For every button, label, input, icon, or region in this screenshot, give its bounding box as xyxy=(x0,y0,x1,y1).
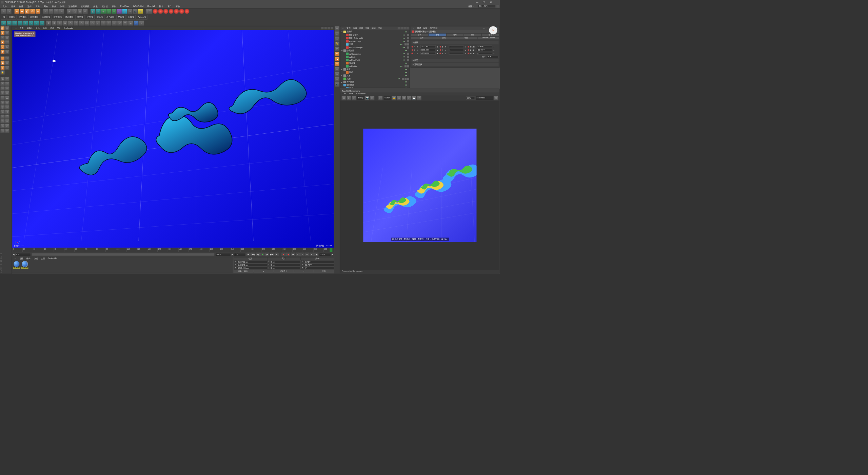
attrmenu-编辑[interactable]: 编辑 xyxy=(422,27,428,30)
snap-intersect-icon[interactable]: ✕ xyxy=(5,91,9,95)
record-button-2[interactable] xyxy=(158,9,163,14)
visibility-dots[interactable] xyxy=(401,56,406,57)
anim-dot-icon[interactable] xyxy=(440,49,441,51)
expand-icon[interactable]: ▾ xyxy=(341,50,343,52)
render-settings-button[interactable]: ⚙ xyxy=(83,9,88,14)
attr-tab-球面[interactable]: 球面 xyxy=(455,37,477,40)
snap-quadrant-icon[interactable]: ◴ xyxy=(0,124,5,128)
redo-button[interactable]: ↷ xyxy=(6,9,12,14)
snap-guide-icon[interactable]: │ xyxy=(0,105,5,110)
scale-tool[interactable]: ◧ xyxy=(25,9,30,14)
object-布料曲面[interactable]: ▸布料曲面 xyxy=(341,80,409,83)
vpmenu-选项[interactable]: 选项 xyxy=(41,27,48,30)
tag-icon[interactable] xyxy=(402,78,404,80)
attr-S . X[interactable] xyxy=(449,45,464,48)
layout-dropdown-icon[interactable] xyxy=(496,5,499,7)
menu-流水线[interactable]: 流水线 xyxy=(100,5,110,8)
perspective-viewport[interactable]: ✶ Number of emitters: 1 Total live parti… xyxy=(12,30,334,248)
record-button-7[interactable] xyxy=(184,9,190,14)
vp-layout-icon[interactable] xyxy=(331,27,333,29)
mograph-voronoi-icon[interactable]: ◬ xyxy=(39,20,44,25)
render-view-button[interactable]: ▣ xyxy=(67,9,72,14)
vp-weld-icon[interactable]: ⋈ xyxy=(335,72,339,77)
mograph-cloner-icon[interactable]: ⊞ xyxy=(1,20,6,25)
tag-icon[interactable] xyxy=(407,78,409,80)
rv-region-button[interactable]: ▢ xyxy=(378,96,383,100)
record-button-6[interactable] xyxy=(179,9,184,14)
rv-grid-button[interactable]: ⊞ xyxy=(397,96,401,100)
coord-btn-▾[interactable]: ▾ xyxy=(294,270,314,272)
objmenu-…[interactable]: … xyxy=(341,27,346,29)
object-文本[interactable]: ▸文本 xyxy=(341,74,409,77)
timeline-scrollbar[interactable] xyxy=(32,253,214,256)
shelf-胶囊体域[interactable]: 胶囊体域 xyxy=(52,15,63,19)
snap-poly-icon[interactable]: ▱ xyxy=(0,87,5,91)
render-pv-button[interactable]: ▦ xyxy=(77,9,82,14)
rot-B-input[interactable] xyxy=(304,267,334,270)
shelf-圆环体域[interactable]: 圆环体域 xyxy=(64,15,75,19)
object-mode-icon[interactable]: ✦ xyxy=(0,31,5,35)
effector-volume-icon[interactable]: ◚ xyxy=(123,20,128,25)
key-scale-button[interactable]: S xyxy=(300,253,304,256)
menu-插件[interactable]: 插件 xyxy=(110,5,118,8)
visibility-dots[interactable] xyxy=(403,31,408,32)
rvmenu-File[interactable]: File xyxy=(341,92,348,95)
render-output[interactable]: 微信公众号：野鹿志 微博：野鹿志 作者：马鹿野郎 (2.74s) xyxy=(340,101,499,270)
timeline-ruler[interactable]: 0102030405060708090100110120130140150160… xyxy=(12,248,334,252)
vpmenu-ProRender[interactable]: ProRender xyxy=(62,27,75,29)
add-light-button[interactable]: ☀ xyxy=(138,9,143,14)
visibility-dots[interactable] xyxy=(401,38,406,39)
add-subdivision-button[interactable]: ◎ xyxy=(106,9,111,14)
snap-point-icon[interactable]: • xyxy=(0,82,5,86)
axis-mode-icon[interactable]: ✥ xyxy=(0,50,5,54)
menu-INSYDIUM[interactable]: INSYDIUM xyxy=(131,5,145,7)
play-button[interactable]: ▶ xyxy=(260,253,264,256)
snap-from-icon[interactable]: ◷ xyxy=(5,129,9,133)
live-select-tool[interactable]: ✦ xyxy=(14,9,19,14)
point-mode-icon[interactable]: • xyxy=(0,40,5,45)
snap-tangent-icon[interactable]: ⌒ xyxy=(5,115,9,119)
objmenu-文件[interactable]: 文件 xyxy=(346,27,352,30)
range-start-input[interactable] xyxy=(15,253,31,256)
effector-shader-icon[interactable]: ◔ xyxy=(90,20,95,25)
rot-P-input[interactable] xyxy=(304,263,334,266)
effector-plain-icon[interactable]: ◐ xyxy=(46,20,51,25)
rv-aov-select[interactable]: Beauty xyxy=(357,96,364,100)
move-tool[interactable]: ✥ xyxy=(20,9,25,14)
tag-icon[interactable] xyxy=(407,46,409,49)
snap-extend-icon[interactable]: → xyxy=(0,115,5,119)
visibility-dots[interactable] xyxy=(401,47,406,48)
viewport-solo-icon[interactable]: L xyxy=(0,56,5,61)
shelf-圆柱体域[interactable]: 圆柱体域 xyxy=(28,15,40,19)
model-mode-icon[interactable]: ◧ xyxy=(0,26,5,31)
expand-icon[interactable]: ▸ xyxy=(341,75,343,77)
texture-mode-icon[interactable]: ▦ xyxy=(5,26,9,31)
key-pla-button[interactable]: ▣ xyxy=(314,253,318,256)
x-axis-toggle[interactable]: X xyxy=(43,9,48,14)
rv-fit-select[interactable]: Fit Window xyxy=(476,96,493,100)
help-icon[interactable]: ? xyxy=(139,20,144,25)
material-0[interactable]: RS Mate xyxy=(13,261,20,272)
effector-formula-icon[interactable]: fx xyxy=(57,20,62,25)
snap-nearest-icon[interactable]: ⊚ xyxy=(5,119,9,124)
tag-icon[interactable] xyxy=(407,59,409,61)
y-axis-toggle[interactable]: Y xyxy=(48,9,54,14)
render-region-button[interactable]: ▢ xyxy=(72,9,77,14)
record-key-button[interactable]: ● xyxy=(282,253,286,256)
size-Z-input[interactable] xyxy=(271,267,300,270)
layer-icon[interactable]: ≡ xyxy=(5,56,9,61)
anim-dot-icon[interactable] xyxy=(440,46,441,48)
current-frame-input[interactable] xyxy=(234,253,246,256)
visibility-dots[interactable] xyxy=(401,41,406,42)
tag-icon[interactable] xyxy=(407,53,409,55)
menu-工具[interactable]: 工具 xyxy=(34,5,42,8)
objmenu-对象[interactable]: 对象 xyxy=(364,27,370,30)
effector-push-icon[interactable]: ◓ xyxy=(68,20,73,25)
shelf-公式域[interactable]: 公式域 xyxy=(126,15,136,19)
attr-tab-细节[interactable]: 细节 xyxy=(482,33,499,36)
quantize-icon[interactable]: ⊡ xyxy=(5,61,9,65)
expand-icon[interactable]: ▸ xyxy=(341,81,343,83)
rvmenu-Customize[interactable]: Customize xyxy=(355,92,367,95)
vpmenu-显示[interactable]: 显示 xyxy=(34,27,41,30)
shelf-线性域[interactable]: 线性域 xyxy=(75,15,85,19)
